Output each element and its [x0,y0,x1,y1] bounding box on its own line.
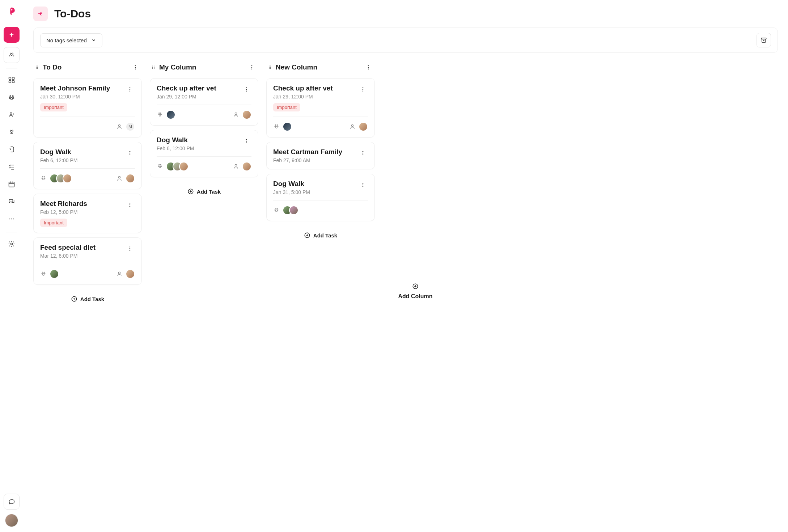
svg-point-67 [161,114,162,115]
task-card[interactable]: Check up after vet Jan 29, 12:00 PM Impo… [266,78,375,138]
svg-point-93 [277,124,278,125]
svg-point-48 [45,273,45,274]
nav-clients-icon[interactable] [4,107,20,123]
task-more-button[interactable] [125,148,135,158]
task-card[interactable]: Feed special diet Mar 12, 6:00 PM [33,237,142,285]
column-title: My Column [159,63,243,71]
nav-dashboard-icon[interactable] [4,72,20,88]
task-card[interactable]: Meet Johnson Family Jan 30, 12:00 PM Imp… [33,78,142,138]
svg-point-101 [363,183,363,183]
task-more-button[interactable] [358,180,368,190]
column-title: To Do [43,63,127,71]
task-date: Jan 29, 12:00 PM [157,94,216,100]
svg-point-44 [130,250,130,250]
drag-handle-icon[interactable] [151,64,156,70]
svg-point-5 [10,96,11,97]
card-footer [40,168,135,183]
pet-avatar[interactable] [283,122,292,131]
nav-calendar-icon[interactable] [4,176,20,192]
svg-point-37 [43,178,45,180]
main: To-Dos No tags selected To Do Meet Johns… [23,0,788,532]
archive-button[interactable] [757,33,771,47]
card-footer [157,105,251,119]
column-more-button[interactable] [130,62,140,72]
svg-point-7 [9,97,10,98]
filter-bar: No tags selected [33,28,778,53]
add-button[interactable] [4,27,20,43]
task-more-button[interactable] [125,84,135,94]
pet-avatar[interactable] [179,162,188,171]
nav-services-icon[interactable] [4,124,20,140]
task-more-button[interactable] [358,84,368,94]
svg-point-59 [251,67,252,68]
task-title: Meet Johnson Family [40,84,110,92]
nav-chat-icon[interactable] [4,494,20,510]
pet-avatar[interactable] [166,110,175,119]
svg-point-20 [37,67,38,68]
assignee-avatar[interactable] [242,110,251,119]
task-more-button[interactable] [358,148,368,158]
nav-pets-icon[interactable] [4,89,20,105]
add-task-button[interactable]: Add Task [150,183,258,200]
pet-avatar[interactable] [289,206,298,215]
add-task-button[interactable]: Add Task [33,291,142,307]
svg-point-68 [159,114,161,116]
column-more-button[interactable] [363,62,373,72]
svg-point-86 [368,65,369,66]
drag-handle-icon[interactable] [268,64,272,70]
task-more-button[interactable] [241,136,251,146]
svg-point-58 [251,65,252,66]
task-more-button[interactable] [241,84,251,94]
pets-group [157,162,188,171]
svg-point-99 [363,153,363,153]
column: My Column Check up after vet Jan 29, 12:… [150,61,258,522]
add-column-label: Add Column [398,293,432,300]
add-task-button[interactable]: Add Task [266,227,375,244]
svg-point-42 [130,246,130,247]
task-date: Feb 6, 12:00 PM [40,157,78,163]
add-column-button[interactable]: Add Column [383,61,448,522]
assignee-avatar[interactable] [126,174,135,183]
back-button[interactable] [33,7,48,21]
assignee-avatar[interactable]: M [126,122,135,131]
app-logo[interactable] [5,5,18,18]
svg-point-55 [154,67,154,68]
svg-point-94 [275,126,275,127]
drag-handle-icon[interactable] [35,64,39,70]
task-card[interactable]: Dog Walk Feb 6, 12:00 PM [33,142,142,189]
assignee-avatar[interactable] [126,269,135,279]
tags-filter-dropdown[interactable]: No tags selected [40,33,102,47]
task-more-button[interactable] [125,244,135,254]
user-avatar[interactable] [5,514,18,527]
pet-avatar[interactable] [50,269,59,279]
pets-icon [273,123,280,130]
task-card[interactable]: Meet Cartman Family Feb 27, 9:00 AM [266,142,375,169]
column-more-button[interactable] [247,62,257,72]
nav-messages-icon[interactable] [4,194,20,210]
nav-settings-icon[interactable] [4,236,20,252]
card-footer [157,156,251,171]
assignee-avatar[interactable] [359,122,368,131]
svg-point-45 [42,272,43,273]
task-card[interactable]: Dog Walk Feb 6, 12:00 PM [150,130,258,177]
svg-point-12 [9,219,10,220]
tag-row: Important [273,103,368,111]
task-date: Feb 27, 9:00 AM [273,157,342,163]
task-card[interactable]: Check up after vet Jan 29, 12:00 PM [150,78,258,126]
svg-rect-4 [12,81,14,83]
task-card[interactable]: Dog Walk Jan 31, 5:00 PM [266,174,375,221]
person-icon [233,163,239,170]
tag-important: Important [40,103,67,111]
pet-avatar[interactable] [63,174,72,183]
task-more-button[interactable] [125,200,135,210]
nav-heart-hands-icon[interactable] [4,47,20,63]
assignee-avatar[interactable] [242,162,251,171]
nav-more-icon[interactable] [4,211,20,227]
nav-todos-icon[interactable] [4,159,20,175]
nav-documents-icon[interactable] [4,142,20,157]
svg-point-53 [154,66,154,67]
svg-rect-2 [12,77,14,80]
task-card[interactable]: Meet Richards Feb 12, 5:00 PM Important [33,194,142,233]
person-icon [116,271,123,277]
svg-point-57 [154,68,154,69]
